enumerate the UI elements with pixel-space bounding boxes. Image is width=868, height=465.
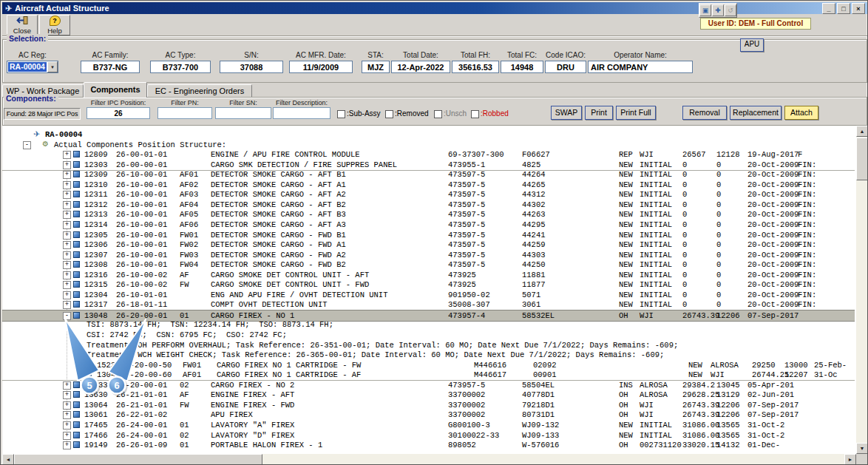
tree-row-13064[interactable]: +1306426-21-01-01FWENGINE FIREX - FWD337… (2, 400, 855, 410)
horizontal-scroll-thumb[interactable] (14, 454, 262, 465)
close-window-button[interactable]: × (852, 3, 865, 14)
tree-row-12314[interactable]: +1231426-10-00-01AF06DETECTOR SMOKE CARG… (2, 220, 855, 230)
tree-row-12312[interactable]: +1231226-10-00-01AF04DETECTOR SMOKE CARG… (2, 200, 855, 210)
tree-node-row[interactable]: -⚙Actual Components Position Structure: (2, 140, 855, 150)
expand-toggle[interactable]: + (63, 161, 71, 169)
arrange-windows-icon-button[interactable]: ▣ (699, 4, 711, 16)
cell-cond: NEW (619, 231, 633, 240)
expand-toggle[interactable]: + (63, 261, 71, 269)
ac-reg-combobox[interactable]: RA-00004 ▼ (7, 61, 58, 73)
filter-ipc-position-input[interactable] (87, 107, 150, 119)
expand-toggle[interactable]: + (63, 201, 71, 209)
expand-toggle[interactable]: + (63, 301, 71, 309)
horizontal-scrollbar[interactable]: ◄ ► (2, 454, 856, 465)
scroll-up-button[interactable]: ▲ (856, 126, 868, 137)
expand-toggle[interactable]: + (63, 281, 71, 289)
attach-button[interactable]: Attach (784, 106, 818, 120)
chevron-down-icon[interactable]: ▼ (47, 61, 58, 72)
tree-row-12311[interactable]: +1231126-10-00-01AF03DETECTOR SMOKE CARG… (2, 189, 855, 200)
tree-row-12309[interactable]: +1230926-10-00-01AF01DETECTOR SMOKE CARG… (2, 169, 855, 180)
apu-button[interactable]: APU (740, 38, 764, 52)
expand-toggle[interactable]: + (63, 211, 71, 219)
expand-toggle[interactable]: + (63, 421, 71, 430)
tree-row-19149[interactable]: +1914926-26-01-0901PORTABLE HALON FIREX … (2, 440, 855, 450)
vertical-scroll-thumb[interactable] (856, 138, 868, 180)
cell-fh: 0 (682, 220, 687, 229)
maximize-button[interactable]: □ (837, 3, 850, 14)
tree-row-17466[interactable]: +1746626-24-00-0102LAVATORY "D" FIREX301… (2, 430, 855, 441)
tab-components[interactable]: Components (84, 82, 147, 98)
tree-row-12308[interactable]: +1230826-10-00-01FW04DETECTOR SMOKE CARG… (2, 259, 855, 270)
removal-button[interactable]: Removal (682, 106, 727, 120)
tree-row-13333[interactable]: +1333326-20-00-0102CARGO FIREX - NO 2473… (2, 380, 855, 390)
tree-row-12313[interactable]: +1231326-10-00-01AF05DETECTOR SMOKE CARG… (2, 209, 855, 220)
expand-toggle[interactable]: + (63, 441, 71, 449)
tree-subrow-15234[interactable]: 1523426-20-00-50FW01CARGO FIREX NO 1 CAR… (2, 360, 855, 370)
tree-info-row[interactable]: CSI: 2742 FC; CSN: 6795 FC; CSO: 2742 FC… (2, 330, 855, 340)
scroll-down-button[interactable]: ▼ (856, 443, 868, 454)
expand-toggle[interactable]: + (63, 241, 71, 249)
help-button[interactable]: ? Help (39, 15, 70, 35)
scroll-right-button[interactable]: ► (844, 454, 856, 465)
expand-toggle[interactable]: + (63, 171, 71, 179)
expand-toggle[interactable]: + (63, 221, 71, 229)
cell-src: WJI (640, 311, 654, 320)
tree-row-12317[interactable]: +1231726-18-01-11COMPT OVHT DETECTION UN… (2, 299, 855, 310)
tree-info-row[interactable]: TSI: 8873.14 FH; TSN: 12234.14 FH; TSO: … (2, 319, 855, 330)
cell-date: 20-Oct-2009 (747, 220, 799, 229)
close-button[interactable]: Close (7, 15, 38, 35)
expand-toggle[interactable]: + (63, 411, 71, 419)
expand-toggle[interactable]: + (63, 432, 71, 440)
tab-ec-engineering-orders[interactable]: EC - Engineering Orders (147, 84, 252, 97)
cell-fh: 0 (682, 200, 687, 209)
expand-toggle[interactable]: + (63, 251, 71, 259)
minimize-button[interactable]: _ (822, 3, 835, 14)
tree-alert-row[interactable]: Treatment: WCH WEIGHT CHECK; Task Refere… (2, 350, 855, 360)
tree-row-12304[interactable]: +1230426-10-01-01ENG AND APU FIRE / OVHT… (2, 290, 855, 300)
replacement-button[interactable]: Replacement (730, 106, 781, 120)
cell-cond: OH (619, 390, 628, 399)
filter-pn-input[interactable] (157, 107, 212, 119)
print-full-button[interactable]: Print Full (616, 106, 656, 120)
tree-row-12809[interactable]: +1280926-00-01-01ENGINE / APU FIRE CONTR… (2, 149, 855, 160)
expand-toggle[interactable]: + (63, 381, 71, 390)
expand-toggle[interactable]: + (63, 191, 71, 199)
robbed-checkbox[interactable] (471, 110, 479, 118)
tree-row-12310[interactable]: +1231026-10-00-01AF02DETECTOR SMOKE CARG… (2, 180, 855, 190)
tree-row-12305[interactable]: +1230526-10-00-01FW01DETECTOR SMOKE CARG… (2, 230, 855, 240)
tree-row-12307[interactable]: +1230726-10-00-01FW03DETECTOR SMOKE CARG… (2, 250, 855, 260)
unsch-checkbox-label: :Unsch (444, 109, 467, 118)
swap-button[interactable]: SWAP (551, 106, 582, 120)
expand-toggle[interactable]: + (63, 231, 71, 240)
tree-row-13061[interactable]: +1306126-22-01-02APU FIREX3370000280731D… (2, 410, 855, 420)
expand-toggle[interactable]: - (23, 141, 31, 149)
expand-toggle[interactable]: + (63, 151, 71, 159)
expand-toggle[interactable]: + (63, 271, 71, 279)
tree-root-row[interactable]: ✈RA-00004 (2, 129, 855, 140)
print-button[interactable]: Print (585, 106, 613, 120)
tree-alert-row[interactable]: Treatment: OH PERFORM OVERHAUL; Task Ref… (2, 340, 855, 350)
filter-description-input[interactable] (273, 107, 330, 119)
expand-toggle[interactable]: + (63, 291, 71, 299)
removed-checkbox[interactable] (385, 110, 393, 118)
unsch-checkbox[interactable] (434, 110, 442, 118)
cell-id: 12309 (84, 170, 108, 179)
cell-pos: 01 (180, 311, 189, 320)
vertical-scrollbar[interactable]: ▲ ▼ (856, 126, 868, 454)
refresh-icon-button[interactable]: ↺ (725, 4, 736, 16)
tree-row-12316[interactable]: +1231626-10-00-02AFCARGO SMOKE DET CONTR… (2, 270, 855, 280)
tree-row-13630[interactable]: +1363026-21-01-01AFENGINE FIREX - AFT337… (2, 390, 855, 400)
alert-text: Treatment: WCH WEIGHT CHECK; Task Refere… (87, 350, 664, 359)
expand-toggle[interactable]: + (63, 181, 71, 189)
expand-toggle[interactable]: - (63, 312, 71, 320)
move-window-icon-button[interactable]: ✚ (712, 4, 724, 16)
expand-toggle[interactable]: + (63, 401, 71, 410)
tree-row-12306[interactable]: +1230626-10-00-01FW02DETECTOR SMOKE CARG… (2, 240, 855, 250)
filter-sn-input[interactable] (215, 107, 271, 119)
sub-assy-checkbox[interactable] (337, 110, 345, 118)
cell-fc: 13565 (716, 421, 740, 430)
tree-row-12315[interactable]: +1231526-10-00-02FWCARGO SMOKE DET CONTR… (2, 279, 855, 290)
tree-row-17465[interactable]: +1746526-24-00-0101LAVATORY "A" FIREXG80… (2, 420, 855, 430)
expand-toggle[interactable]: + (63, 391, 71, 399)
scroll-left-button[interactable]: ◄ (2, 454, 14, 465)
